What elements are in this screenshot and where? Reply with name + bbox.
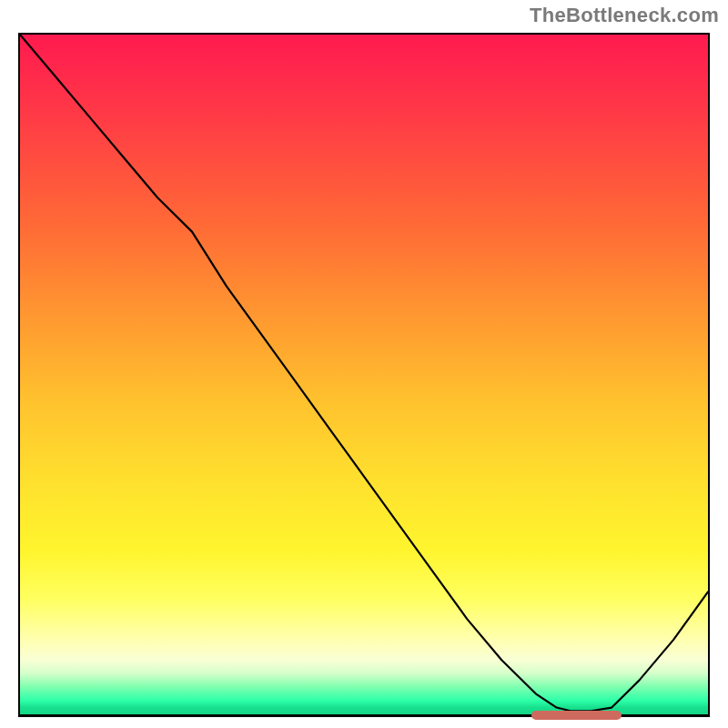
- plot-area: [18, 33, 710, 717]
- bottleneck-curve: [20, 35, 708, 714]
- optimal-range-marker: [531, 711, 622, 720]
- watermark-text: TheBottleneck.com: [530, 4, 719, 27]
